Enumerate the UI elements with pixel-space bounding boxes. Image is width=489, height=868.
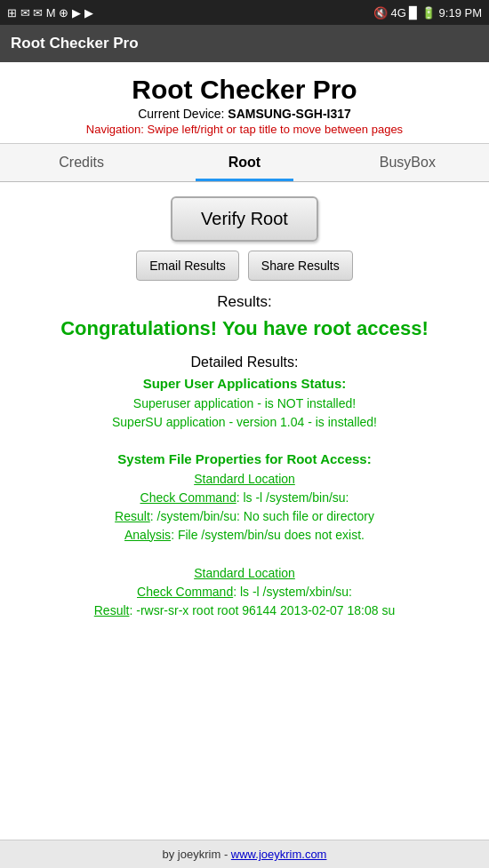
standard-location-2[interactable]: Standard Location bbox=[11, 564, 478, 583]
system-file-section-title: System File Properties for Root Access: bbox=[11, 451, 478, 466]
standard-location-1[interactable]: Standard Location bbox=[11, 470, 478, 489]
footer-text: by joeykrim - bbox=[163, 848, 231, 861]
super-user-section-title: Super User Applications Status: bbox=[11, 376, 478, 391]
app-header: Root Checker Pro Current Device: SAMSUNG… bbox=[0, 62, 489, 144]
superuser-line2: SuperSU application - version 1.04 - is … bbox=[11, 413, 478, 432]
system-file-section-body-2: Standard Location Check Command: ls -l /… bbox=[11, 564, 478, 620]
nav-hint: Navigation: Swipe left/right or tap titl… bbox=[9, 123, 480, 136]
super-user-section-body: Superuser application - is NOT installed… bbox=[11, 394, 478, 432]
tab-root[interactable]: Root bbox=[163, 144, 325, 181]
check-command-1: Check Command: ls -l /system/bin/su: bbox=[11, 489, 478, 507]
main-content: Root Checker Pro Current Device: SAMSUNG… bbox=[0, 62, 489, 868]
title-bar: Root Checker Pro bbox=[0, 25, 489, 62]
tab-busybox[interactable]: BusyBox bbox=[326, 144, 489, 181]
app-title: Root Checker Pro bbox=[9, 75, 480, 105]
device-prefix: Current Device: bbox=[138, 107, 228, 121]
device-line: Current Device: SAMSUNG-SGH-I317 bbox=[9, 107, 480, 121]
results-label: Results: bbox=[11, 293, 478, 311]
scroll-body: Verify Root Email Results Share Results … bbox=[0, 182, 489, 840]
superuser-line1: Superuser application - is NOT installed… bbox=[11, 394, 478, 413]
result-2: Result: -rwsr-sr-x root root 96144 2013-… bbox=[11, 601, 478, 620]
share-results-button[interactable]: Share Results bbox=[248, 251, 353, 281]
app-bar-title: Root Checker Pro bbox=[11, 35, 139, 52]
verify-root-button[interactable]: Verify Root bbox=[171, 196, 318, 242]
verify-root-wrap: Verify Root bbox=[11, 196, 478, 242]
email-results-button[interactable]: Email Results bbox=[136, 251, 239, 281]
tab-credits[interactable]: Credits bbox=[0, 144, 163, 181]
tabs: Credits Root BusyBox bbox=[0, 144, 489, 182]
system-file-section-body: Standard Location Check Command: ls -l /… bbox=[11, 470, 478, 545]
success-message: Congratulations! You have root access! bbox=[11, 316, 478, 342]
device-name: SAMSUNG-SGH-I317 bbox=[228, 107, 350, 121]
status-right-icons: 🔇 4G ▉ 🔋 9:19 PM bbox=[373, 6, 482, 20]
detailed-results-label: Detailed Results: bbox=[11, 354, 478, 370]
analysis-1: Analysis: File /system/bin/su does not e… bbox=[11, 526, 478, 545]
footer: by joeykrim - www.joeykrim.com bbox=[0, 840, 489, 868]
status-left-icons: ⊞ ✉ ✉ M ⊕ ▶ ▶ bbox=[7, 6, 93, 20]
check-command-2: Check Command: ls -l /system/xbin/su: bbox=[11, 583, 478, 601]
secondary-buttons: Email Results Share Results bbox=[11, 251, 478, 281]
status-bar: ⊞ ✉ ✉ M ⊕ ▶ ▶ 🔇 4G ▉ 🔋 9:19 PM bbox=[0, 0, 489, 25]
footer-link[interactable]: www.joeykrim.com bbox=[231, 848, 327, 861]
result-1: Result: /system/bin/su: No such file or … bbox=[11, 507, 478, 526]
